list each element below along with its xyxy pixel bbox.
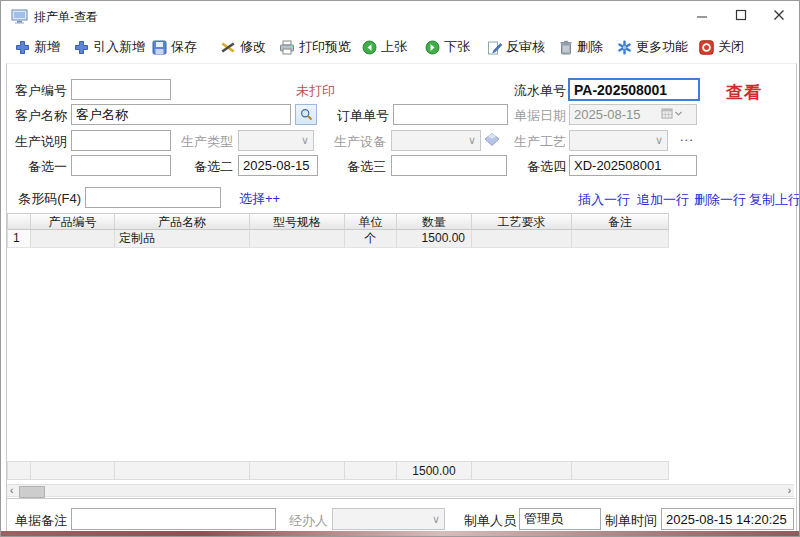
- unaudit-button[interactable]: 反审核: [487, 37, 545, 57]
- insert-row-link[interactable]: 插入一行: [578, 191, 630, 209]
- prev-record-icon: [362, 40, 377, 55]
- chevron-down-icon: ∨: [432, 514, 440, 525]
- col-header-spec[interactable]: 型号规格: [250, 213, 345, 230]
- customer-no-input[interactable]: [71, 79, 171, 100]
- prod-type-select[interactable]: ∨: [238, 130, 314, 151]
- copy-row-link[interactable]: 复制上行: [749, 191, 800, 209]
- maximize-button[interactable]: [723, 3, 759, 27]
- import-add-button[interactable]: 引入新增: [74, 37, 145, 57]
- not-printed-status: 未打印: [296, 82, 335, 100]
- order-no-input[interactable]: [393, 104, 508, 125]
- close-window-button[interactable]: [761, 3, 797, 27]
- row-number-cell: 1: [7, 230, 31, 248]
- col-header-craft[interactable]: 工艺要求: [472, 213, 572, 230]
- equip-picker-button[interactable]: [484, 132, 500, 150]
- option3-label: 备选三: [328, 158, 386, 176]
- cell-qty[interactable]: 1500.00: [397, 230, 472, 248]
- window-bottom-edge: [1, 531, 800, 537]
- table-row[interactable]: 1 定制品 个 1500.00: [7, 230, 669, 248]
- unaudit-icon: [487, 40, 502, 55]
- col-header-unit[interactable]: 单位: [345, 213, 397, 230]
- close-form-icon: [699, 40, 714, 55]
- col-header-product-name[interactable]: 产品名称: [115, 213, 250, 230]
- diamond-icon: [484, 133, 500, 146]
- window-title: 排产单-查看: [34, 9, 98, 26]
- barcode-label: 条形码(F4): [9, 190, 81, 208]
- delete-icon: [559, 40, 573, 55]
- cell-product-code[interactable]: [31, 230, 115, 248]
- print-preview-icon: [279, 40, 295, 55]
- chevron-down-icon: ∨: [468, 135, 476, 146]
- more-functions-button[interactable]: 更多功能: [617, 37, 688, 57]
- creator-label: 制单人员: [462, 512, 516, 530]
- chevron-down-icon: [675, 111, 682, 116]
- col-header-qty[interactable]: 数量: [397, 213, 472, 230]
- modify-button[interactable]: 修改: [220, 37, 266, 57]
- option2-input[interactable]: [238, 155, 318, 176]
- chevron-down-icon: ∨: [301, 135, 309, 146]
- select-plus-link[interactable]: 选择++: [239, 190, 280, 208]
- barcode-input[interactable]: [85, 187, 221, 208]
- prod-equip-select[interactable]: ∨: [391, 130, 481, 151]
- option3-input[interactable]: [391, 155, 507, 176]
- cell-product-name[interactable]: 定制品: [115, 230, 250, 248]
- save-icon: [152, 40, 167, 55]
- app-icon: [11, 9, 28, 28]
- customer-lookup-button[interactable]: [295, 104, 317, 125]
- col-header-remark[interactable]: 备注: [572, 213, 669, 230]
- prod-craft-select[interactable]: ∨: [569, 130, 668, 151]
- more-functions-icon: [617, 40, 632, 55]
- maximize-icon: [735, 9, 747, 21]
- print-preview-button[interactable]: 打印预览: [279, 37, 351, 57]
- cell-craft[interactable]: [472, 230, 572, 248]
- prod-desc-label: 生产说明: [9, 133, 67, 151]
- minimize-button[interactable]: [684, 3, 720, 27]
- next-record-icon: [425, 40, 440, 55]
- prev-record-button[interactable]: 上张: [362, 37, 407, 57]
- creator-input[interactable]: [519, 508, 601, 530]
- close-icon: [773, 9, 785, 21]
- prod-craft-label: 生产工艺: [506, 133, 566, 151]
- next-record-button[interactable]: 下张: [425, 37, 470, 57]
- more-craft-button[interactable]: ...: [680, 129, 694, 144]
- delete-button[interactable]: 删除: [559, 37, 603, 57]
- row-number-header: [7, 213, 31, 230]
- customer-name-label: 客户名称: [9, 107, 67, 125]
- col-header-product-code[interactable]: 产品编号: [31, 213, 115, 230]
- serial-no-input[interactable]: [568, 78, 700, 101]
- handler-select[interactable]: ∨: [332, 508, 445, 530]
- option4-input[interactable]: [569, 155, 697, 176]
- import-add-icon: [74, 40, 89, 55]
- chevron-down-icon: ∨: [655, 135, 663, 146]
- add-button[interactable]: 新增: [15, 37, 60, 57]
- cell-remark[interactable]: [572, 230, 669, 248]
- save-button[interactable]: 保存: [152, 37, 197, 57]
- add-icon: [15, 40, 30, 55]
- doc-remark-label: 单据备注: [9, 512, 67, 530]
- modify-icon: [220, 40, 236, 55]
- cell-spec[interactable]: [250, 230, 345, 248]
- create-time-input[interactable]: [661, 508, 794, 530]
- append-row-link[interactable]: 追加一行: [637, 191, 689, 209]
- close-form-button[interactable]: 关闭: [699, 37, 744, 57]
- doc-date-label: 单据日期: [506, 107, 566, 125]
- prod-equip-label: 生产设备: [328, 133, 386, 151]
- prod-desc-input[interactable]: [71, 130, 171, 151]
- scrollbar-thumb[interactable]: [19, 486, 45, 498]
- scroll-right-icon[interactable]: ›: [788, 485, 791, 497]
- scroll-left-icon[interactable]: ‹: [10, 485, 13, 497]
- horizontal-scrollbar[interactable]: ‹ ›: [7, 484, 794, 497]
- doc-date-picker-button[interactable]: [661, 107, 682, 119]
- delete-row-link[interactable]: 删除一行: [694, 191, 746, 209]
- prod-type-label: 生产类型: [175, 133, 233, 151]
- magnifier-icon: [300, 108, 313, 121]
- titlebar: 排产单-查看: [1, 1, 799, 31]
- doc-remark-input[interactable]: [71, 508, 276, 530]
- footer-divider: [6, 498, 795, 499]
- option1-input[interactable]: [71, 155, 171, 176]
- table-header-row: 产品编号 产品名称 型号规格 单位 数量 工艺要求 备注: [7, 213, 669, 230]
- cell-unit[interactable]: 个: [345, 230, 397, 248]
- view-mode-badge: 查看: [726, 81, 762, 104]
- customer-no-label: 客户编号: [9, 82, 67, 100]
- customer-name-input[interactable]: [71, 104, 291, 125]
